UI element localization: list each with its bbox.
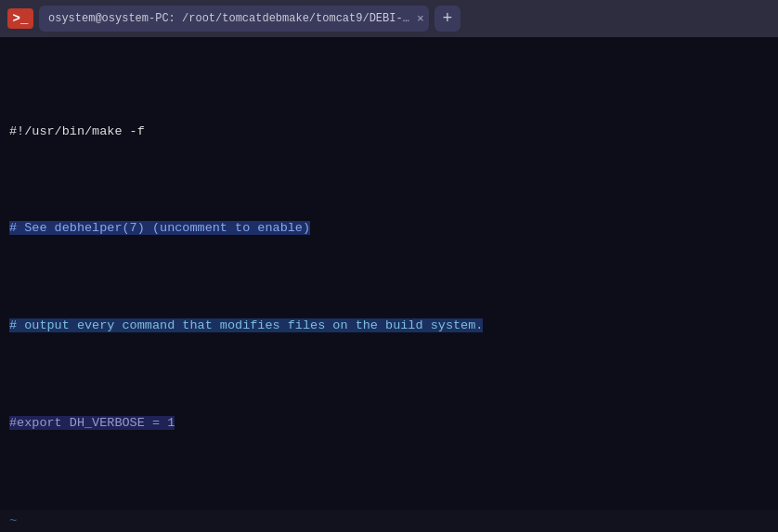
line-2: # See debhelper(7) (uncomment to enable) — [9, 219, 769, 239]
tab-add-button[interactable]: + — [434, 6, 460, 32]
line-1: #!/usr/bin/make -f — [9, 123, 769, 142]
terminal-window: >_ osystem@osystem-PC: /root/tomcatdebma… — [0, 0, 778, 532]
bottom-bar: ~ — [0, 510, 778, 532]
tab-item[interactable]: osystem@osystem-PC: /root/tomcatdebmake/… — [39, 6, 429, 32]
line-4: #export DH_VERBOSE = 1 — [9, 414, 769, 434]
tab-close-button[interactable]: × — [417, 12, 424, 26]
tilde-indicator: ~ — [9, 513, 17, 528]
terminal-icon: >_ — [7, 8, 33, 29]
code-content: #!/usr/bin/make -f # See debhelper(7) (u… — [9, 45, 769, 510]
tab-title: osystem@osystem-PC: /root/tomcatdebmake/… — [48, 12, 409, 25]
tab-bar: >_ osystem@osystem-PC: /root/tomcatdebma… — [0, 0, 778, 37]
terminal-body[interactable]: #!/usr/bin/make -f # See debhelper(7) (u… — [0, 37, 778, 510]
line-3: # output every command that modifies fil… — [9, 317, 769, 336]
